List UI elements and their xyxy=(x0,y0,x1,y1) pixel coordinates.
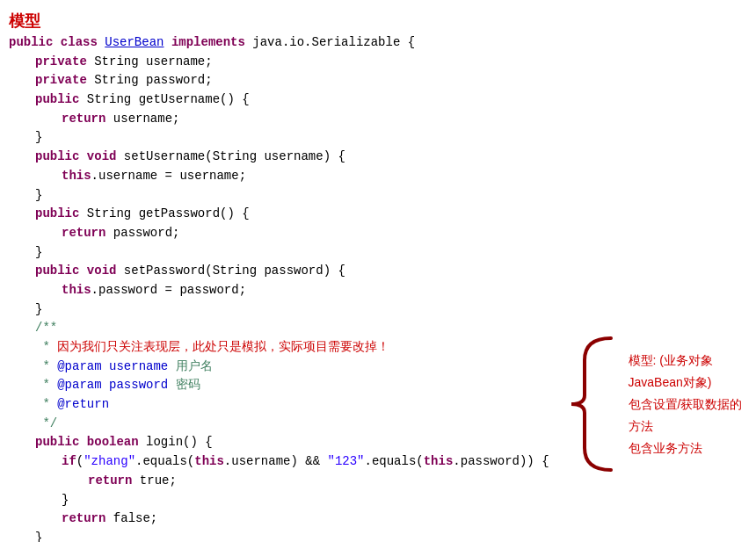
code-line-6: } xyxy=(9,128,549,148)
kw-public-5: public xyxy=(35,435,79,449)
kw-this-4: this xyxy=(424,454,454,468)
code-line-13: public void setPassword(String password)… xyxy=(9,262,549,281)
kw-return-2: return xyxy=(62,226,105,240)
code-line-18: * @param username 用户名 xyxy=(9,358,549,377)
kw-return-3: return xyxy=(88,473,132,488)
comment-param-2: @param password xyxy=(57,378,168,392)
code-line-22: public boolean login() { xyxy=(9,433,549,452)
kw-public-4: public xyxy=(35,264,79,278)
anno-line-2: 包含设置/获取数据的方法 xyxy=(629,394,747,437)
comment-star-4: * xyxy=(35,397,57,411)
kw-public: public xyxy=(9,35,53,49)
code-line-20: * @return xyxy=(9,395,549,415)
content-area: public class UserBean implements java.io… xyxy=(0,33,756,542)
code-line-15: } xyxy=(9,300,549,320)
anno-line-1: 模型: (业务对象 JavaBean对象) xyxy=(629,350,747,394)
comment-star-1: * xyxy=(35,340,57,354)
kw-boolean: boolean xyxy=(87,435,139,449)
code-section: public class UserBean implements java.io… xyxy=(9,33,558,542)
code-line-5: return username; xyxy=(9,110,549,129)
code-line-16: /** xyxy=(9,319,549,338)
code-line-7: public void setUsername(String username)… xyxy=(9,148,549,167)
brace-icon xyxy=(567,334,620,474)
code-line-4: public String getUsername() { xyxy=(9,90,549,110)
code-line-8: this.username = username; xyxy=(9,167,549,186)
kw-private-2: private xyxy=(35,73,87,87)
comment-star-2: * xyxy=(35,359,57,373)
code-line-26: return false; xyxy=(9,509,549,529)
str-123: "123" xyxy=(327,454,364,468)
kw-this-3: this xyxy=(194,454,224,468)
code-line-14: this.password = password; xyxy=(9,281,549,300)
code-line-2: private String username; xyxy=(9,53,549,72)
kw-void-2: void xyxy=(87,264,117,278)
code-line-10: public String getPassword() { xyxy=(9,205,549,224)
code-line-24: return true; xyxy=(9,472,549,491)
kw-public-3: public xyxy=(35,206,79,220)
page-container: 模型 public class UserBean implements java… xyxy=(0,0,756,542)
comment-return: @return xyxy=(57,397,109,411)
code-line-21: */ xyxy=(9,415,549,434)
kw-private-1: private xyxy=(35,54,87,69)
anno-line-3: 包含业务方法 xyxy=(629,437,747,459)
page-title: 模型 xyxy=(9,12,40,30)
class-name: UserBean xyxy=(105,35,164,49)
comment-text-1: 因为我们只关注表现层，此处只是模拟，实际项目需要改掉！ xyxy=(57,340,389,354)
kw-if: if xyxy=(62,454,76,468)
kw-this-2: this xyxy=(62,283,91,297)
code-line-23: if("zhang".equals(this.username) && "123… xyxy=(9,452,549,472)
code-line-11: return password; xyxy=(9,224,549,243)
title-section: 模型 xyxy=(0,7,756,33)
annotation-text: 模型: (业务对象 JavaBean对象) 包含设置/获取数据的方法 包含业务方… xyxy=(620,350,747,460)
kw-class: class xyxy=(61,35,98,49)
kw-return-1: return xyxy=(62,112,105,126)
kw-this-1: this xyxy=(62,169,91,183)
code-line-19: * @param password 密码 xyxy=(9,376,549,395)
kw-void-1: void xyxy=(87,149,117,163)
code-line-27: } xyxy=(9,529,549,542)
comment-password-label: 密码 xyxy=(168,378,200,392)
code-line-25: } xyxy=(9,491,549,510)
kw-public-2: public xyxy=(35,149,79,163)
code-line-3: private String password; xyxy=(9,71,549,90)
code-line-9: } xyxy=(9,186,549,206)
comment-star-3: * xyxy=(35,378,57,392)
str-zhang: "zhang" xyxy=(84,454,135,468)
comment-username-label: 用户名 xyxy=(168,359,212,373)
annotation-section: 模型: (业务对象 JavaBean对象) 包含设置/获取数据的方法 包含业务方… xyxy=(558,209,747,542)
kw-public-1: public xyxy=(35,92,79,106)
code-line-12: } xyxy=(9,243,549,263)
kw-implements: implements xyxy=(171,35,245,49)
code-line-17: * 因为我们只关注表现层，此处只是模拟，实际项目需要改掉！ xyxy=(9,338,549,358)
code-line-1: public class UserBean implements java.io… xyxy=(9,33,549,53)
comment-param-1: @param username xyxy=(57,359,168,373)
kw-return-4: return xyxy=(62,511,105,525)
